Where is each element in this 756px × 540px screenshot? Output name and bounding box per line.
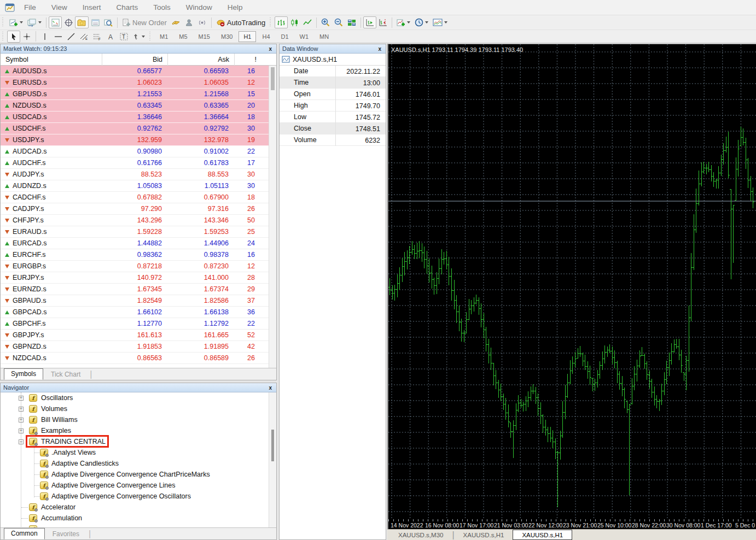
cursor-tool-button[interactable]	[7, 31, 20, 43]
tree-item-label[interactable]: TRADING CENTRAL	[41, 438, 106, 445]
table-row[interactable]: AUDUSD.s0.665770.6659316	[1, 66, 276, 77]
arrows-tool-button[interactable]	[130, 31, 147, 43]
table-row[interactable]: USDCAD.s1.366461.3666418	[1, 111, 276, 123]
timeframe-button-m1[interactable]: M1	[155, 31, 173, 42]
timeframe-button-d1[interactable]: D1	[276, 31, 294, 42]
table-row[interactable]: GBPAUD.s1.825491.8258637	[1, 295, 276, 307]
navigator-titlebar[interactable]: Navigator x	[1, 383, 276, 392]
table-row[interactable]: CADCHF.s0.678820.6790018	[1, 192, 276, 203]
table-row[interactable]: AUDCAD.s0.909800.9100222	[1, 146, 276, 157]
scrollbar-thumb[interactable]	[271, 67, 275, 90]
timeframe-button-m30[interactable]: M30	[216, 31, 237, 42]
table-row[interactable]: GBPJPY.s161.613161.66552	[1, 330, 276, 341]
crosshair-tool-button[interactable]	[20, 31, 33, 43]
chart-tab-1[interactable]: XAUUSD.s,H1	[455, 530, 513, 540]
menu-item-tools[interactable]: Tools	[146, 1, 178, 14]
timeframe-button-h1[interactable]: H1	[239, 31, 256, 42]
table-row[interactable]: EURCAD.s1.448821.4490624	[1, 238, 276, 249]
table-row[interactable]: EURNZD.s1.673451.6737429	[1, 284, 276, 295]
tree-item[interactable]: +fVolumes	[1, 403, 276, 414]
trendline-tool-button[interactable]	[65, 31, 78, 43]
terminal-toggle-button[interactable]	[89, 16, 102, 28]
tree-item-label[interactable]: Accelerator	[41, 503, 75, 511]
tree-item-label[interactable]: Oscillators	[41, 394, 73, 402]
tree-item[interactable]: f	[1, 524, 276, 527]
table-row[interactable]: NZDUSD.s0.633450.6336520	[1, 100, 276, 111]
table-row[interactable]: AUDNZD.s1.050831.0511330	[1, 180, 276, 192]
horizontal-line-tool-button[interactable]	[51, 31, 65, 43]
menu-item-view[interactable]: View	[44, 1, 75, 14]
tree-item[interactable]: f.Analyst Views	[1, 447, 276, 458]
metaeditor-button[interactable]	[169, 16, 183, 28]
data-window-titlebar[interactable]: Data Window x	[280, 44, 386, 54]
text-label-tool-button[interactable]: T	[117, 31, 130, 43]
autotrading-button[interactable]: AutoTrading	[214, 16, 267, 28]
timeframe-button-m5[interactable]: M5	[174, 31, 192, 42]
line-chart-type-button[interactable]	[301, 16, 314, 28]
spread-column-header[interactable]: !	[234, 54, 261, 66]
navigator-toggle-button[interactable]	[75, 16, 89, 28]
table-row[interactable]: AUDCHF.s0.617660.6178317	[1, 157, 276, 169]
tree-item-label[interactable]: Examples	[41, 427, 71, 435]
close-icon[interactable]: x	[267, 385, 274, 391]
table-row[interactable]: EURGBP.s0.872180.8723012	[1, 261, 276, 272]
timeframe-button-m15[interactable]: M15	[194, 31, 215, 42]
table-row[interactable]: EURCHF.s0.983620.9837816	[1, 249, 276, 261]
navigator-scrollbar[interactable]	[269, 392, 276, 527]
table-row[interactable]: GBPCHF.s1.127701.1279222	[1, 318, 276, 330]
table-row[interactable]: CADJPY.s97.29097.31626	[1, 203, 276, 215]
bar-chart-type-button[interactable]	[275, 16, 288, 28]
market-watch-toggle-button[interactable]	[49, 16, 62, 28]
market-watch-titlebar[interactable]: Market Watch: 09:15:23 x	[1, 44, 276, 54]
new-chart-button[interactable]	[7, 16, 25, 28]
close-icon[interactable]: x	[376, 46, 383, 52]
candlestick-type-button[interactable]	[288, 16, 301, 28]
scrollbar-thumb[interactable]	[271, 430, 274, 461]
tree-item[interactable]: fAccelerator	[1, 502, 276, 513]
vertical-line-tool-button[interactable]	[38, 31, 51, 43]
chart-shift-button[interactable]	[376, 16, 389, 28]
table-row[interactable]: AUDJPY.s88.52388.55330	[1, 169, 276, 180]
chart-canvas[interactable]: XAUUSD.s,H1 1793.11 1794.39 1793.11 1793…	[388, 44, 756, 519]
tree-item-label[interactable]: Bill Williams	[41, 416, 78, 424]
bid-column-header[interactable]: Bid	[102, 54, 167, 66]
menu-item-insert[interactable]: Insert	[75, 1, 109, 14]
tree-item-label[interactable]: Adaptive Divergence Convergence ChartPri…	[51, 471, 210, 478]
tree-item[interactable]: +fExamples	[1, 425, 276, 436]
indicators-button[interactable]	[394, 16, 412, 28]
chart-tab-2[interactable]: XAUUSD.s,H1	[513, 530, 572, 540]
ask-column-header[interactable]: Ask	[167, 54, 234, 66]
symbol-column-header[interactable]: Symbol	[1, 56, 102, 63]
profiles-button[interactable]	[25, 16, 44, 28]
table-row[interactable]: USDJPY.s132.959132.97819	[1, 134, 276, 146]
table-row[interactable]: GBPUSD.s1.215531.2156815	[1, 89, 276, 100]
menu-item-charts[interactable]: Charts	[109, 1, 146, 14]
tree-item-label[interactable]: Accumulation	[41, 514, 82, 522]
timeframe-button-w1[interactable]: W1	[295, 31, 314, 42]
data-window-toggle-button[interactable]	[62, 16, 75, 28]
table-row[interactable]: EURAUD.s1.592281.5925325	[1, 226, 276, 238]
tree-item[interactable]: +fOscillators	[1, 392, 276, 403]
table-row[interactable]: GBPNZD.s1.918531.9189542	[1, 341, 276, 353]
tab-symbols[interactable]: Symbols	[4, 368, 43, 380]
broadcast-button[interactable]	[196, 16, 209, 28]
table-row[interactable]: USDCHF.s0.927620.9279230	[1, 123, 276, 134]
chart-time-axis[interactable]: 14 Nov 202216 Nov 08:0017 Nov 17:0021 No…	[387, 519, 756, 529]
tree-item-label[interactable]: Adaptive Candlesticks	[51, 460, 119, 467]
tree-item-label[interactable]: Adaptive Divergence Convergence Lines	[51, 482, 176, 489]
table-row[interactable]: NZDCAD.s0.865630.8658926	[1, 353, 276, 364]
timeframe-button-mn[interactable]: MN	[315, 31, 334, 42]
auto-scroll-button[interactable]	[363, 16, 376, 28]
tab-tick-chart[interactable]: Tick Chart	[44, 369, 87, 380]
community-button[interactable]	[183, 16, 196, 28]
tree-item[interactable]: fAdaptive Divergence Convergence Oscilla…	[1, 491, 276, 502]
tree-item-label[interactable]: Adaptive Divergence Convergence Oscillat…	[51, 492, 191, 500]
menu-item-file[interactable]: File	[16, 1, 44, 14]
tree-item[interactable]: −fTRADING CENTRAL	[1, 436, 276, 447]
text-tool-button[interactable]: A	[104, 31, 117, 43]
price-chart[interactable]: XAUUSD.s,H1 1793.11 1794.39 1793.11 1793…	[387, 44, 756, 519]
chart-tab-0[interactable]: XAUUSD.s,M30	[389, 530, 452, 540]
menu-item-help[interactable]: Help	[220, 1, 251, 14]
toolbar-grip[interactable]	[2, 32, 5, 42]
tab-common[interactable]: Common	[4, 528, 45, 539]
